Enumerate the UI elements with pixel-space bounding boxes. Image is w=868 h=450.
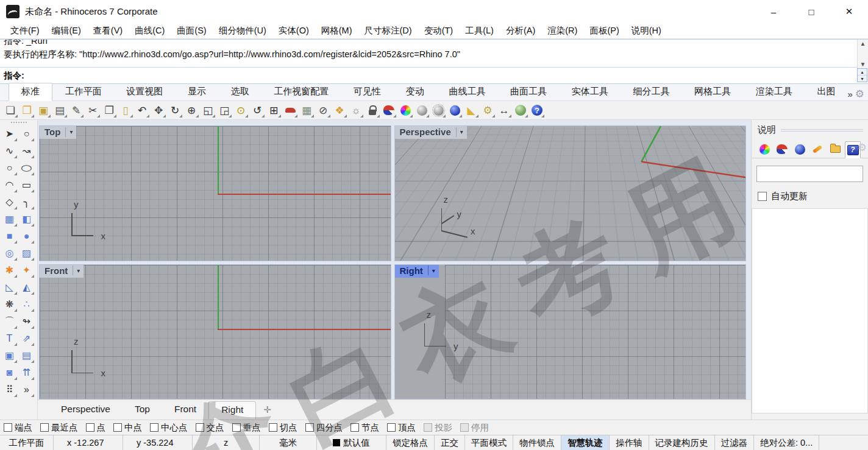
grid-points-icon[interactable]: ⠿ [2,382,18,398]
surface-patch-icon[interactable]: ▨ [19,245,35,261]
osnap-toggle[interactable]: 交点 [196,422,224,434]
named-objects-icon[interactable]: ❖ [332,102,347,118]
close-icon[interactable]: ✕ [830,0,868,23]
viewport-layout-icon[interactable]: ⊞ [266,102,282,118]
menu-item[interactable]: 工具(L) [460,24,499,38]
status-cell[interactable]: 默认值 [317,435,386,450]
osnap-toggle[interactable]: 最近点 [40,422,78,434]
group-icon[interactable]: ▣ [2,348,18,364]
status-cell[interactable]: 操作轴 [610,435,649,450]
array-icon[interactable]: ▤ [19,348,35,364]
osnap-toggle[interactable]: 点 [86,422,106,434]
toolbar-tab[interactable]: 曲面工具 [498,83,559,100]
menu-item[interactable]: 渲染(R) [542,24,583,38]
checkbox-icon[interactable] [150,423,158,432]
earth-icon[interactable] [513,102,528,118]
torus-icon[interactable]: ◎ [2,245,18,261]
checkbox-icon[interactable] [305,423,314,432]
toolbar-tab[interactable]: 变动 [394,83,436,100]
rendered-sphere-icon[interactable] [447,102,463,118]
menu-item[interactable]: 面板(P) [584,24,624,38]
chevron-overflow-icon[interactable]: » [847,89,852,99]
add-viewport-icon[interactable]: ✛ [258,404,276,415]
status-cell[interactable]: 毫米 [260,435,317,450]
status-cell[interactable]: 物件锁点 [513,435,561,450]
ghosted-sphere-icon[interactable] [430,102,446,118]
status-cell[interactable]: 绝对公差: 0... [754,435,819,450]
rectangle-icon[interactable]: ▭ [19,177,35,193]
zoom-selected-icon[interactable]: ⊙ [233,102,249,118]
viewport-right-label[interactable]: Right ▾ [395,265,439,278]
status-cell[interactable]: 工作平面 [0,435,54,450]
toolbar-tab[interactable]: 工作平面 [53,83,114,100]
menu-item[interactable]: 曲线(C) [129,24,170,38]
viewport-perspective[interactable]: Perspective ▾ z y x [394,125,747,261]
chevron-down-icon[interactable]: ▾ [68,128,74,135]
osnap-toggle[interactable]: 投影 [424,422,452,434]
viewport-front-label[interactable]: Front ▾ [40,265,84,278]
chevron-down-icon[interactable]: ▾ [430,267,437,274]
new-file-icon[interactable]: ❏ [2,102,18,118]
spin-up-icon[interactable]: ▲ [858,69,867,76]
polygon-icon[interactable]: ◇ [2,194,18,210]
viewport-tab[interactable]: Top [123,401,162,418]
status-cell[interactable]: 锁定格点 [386,435,435,450]
cut-icon[interactable]: ✂ [85,102,101,118]
more-tools-icon[interactable]: » [19,382,35,398]
edit-notes-icon[interactable]: ✎ [68,102,84,118]
toolbar-tab-overflow[interactable]: » ⚙ [847,88,866,100]
checkbox-icon[interactable] [460,423,469,432]
auto-update-checkbox[interactable] [758,192,767,201]
menu-item[interactable]: 说明(H) [626,24,667,38]
checkbox-icon[interactable] [350,423,359,432]
status-cell[interactable]: 智慧轨迹 [561,435,610,450]
viewport-tab[interactable]: Right [208,401,256,419]
car-icon[interactable] [282,102,298,118]
surface-points-icon[interactable]: ▦ [2,211,18,227]
scroll-down-icon[interactable]: ▼ [860,61,866,68]
toolbar-tab[interactable]: 设置视图 [114,83,175,100]
status-cell[interactable]: y -35.224 [123,435,193,450]
scroll-up-icon[interactable]: ▲ [860,40,866,47]
shaded-sphere-icon[interactable] [414,102,430,118]
cone-icon[interactable]: ◣ [463,102,479,118]
folder-icon[interactable] [827,141,843,158]
brush-icon[interactable] [809,141,825,158]
lock-icon[interactable] [365,102,380,118]
sidebar-drag-handle[interactable] [11,122,27,124]
color-wheel-icon[interactable] [756,141,772,158]
toolbar-tab[interactable]: 选取 [219,83,261,100]
zoom-dynamic-icon[interactable]: ⊕ [183,102,199,118]
toolbar-tab[interactable]: 曲线工具 [436,83,497,100]
viewport-top[interactable]: Top ▾ y x [39,125,391,261]
toolbar-tab[interactable]: 显示 [176,83,218,100]
zoom-window-icon[interactable]: ◱ [200,102,216,118]
sphere-icon[interactable]: ● [19,228,35,244]
chevron-down-icon[interactable]: ▾ [75,267,82,274]
menu-item[interactable]: 曲面(S) [171,24,212,38]
point-cloud-icon[interactable]: ∴ [19,297,35,312]
menu-item[interactable]: 变动(T) [419,24,459,38]
control-point-curve-icon[interactable]: ∿ [2,143,18,159]
trim-icon[interactable]: ◺ [2,279,18,295]
status-cell[interactable]: x -12.267 [54,435,123,450]
checkbox-icon[interactable] [196,423,204,432]
osnap-toggle[interactable]: 切点 [269,422,297,434]
paste-icon[interactable]: ▯ [118,102,133,118]
rhino-logo-icon[interactable] [381,102,397,118]
toolbar-tab[interactable]: 工作视窗配置 [261,83,341,100]
osnap-toggle[interactable]: 垂点 [232,422,261,434]
status-cell[interactable]: 平面模式 [465,435,513,450]
checkbox-icon[interactable] [387,423,396,432]
spin-down-icon[interactable]: ▼ [858,76,867,82]
toolbar-tab[interactable]: 渲染工具 [744,83,805,100]
boolean-difference-icon[interactable]: ◙ [2,365,18,381]
status-cell[interactable]: 记录建构历史 [649,435,715,450]
point-icon[interactable]: ○ [19,126,35,142]
status-cell[interactable]: 过滤器 [715,435,755,450]
viewport-tab[interactable]: Perspective [49,401,123,418]
status-cell[interactable]: 正交 [435,435,465,450]
rotate-view-icon[interactable]: ↻ [167,102,183,118]
toolbar-tab[interactable]: 出图 [805,83,847,100]
command-input[interactable]: 指令: ▲ ▼ [0,68,868,83]
